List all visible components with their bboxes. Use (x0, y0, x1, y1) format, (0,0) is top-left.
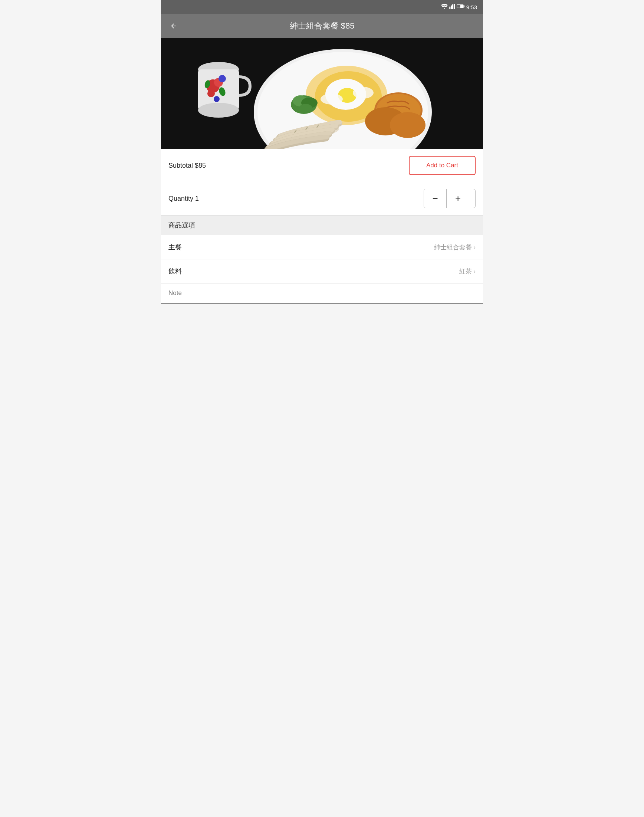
note-input[interactable] (169, 290, 475, 297)
section-header-label: 商品選項 (169, 222, 195, 229)
svg-rect-0 (449, 7, 450, 9)
increment-button[interactable]: + (447, 189, 469, 208)
svg-point-10 (198, 103, 239, 118)
svg-point-33 (299, 104, 312, 113)
option-label-drink: 飲料 (169, 267, 182, 276)
svg-point-24 (320, 94, 343, 105)
nav-bar: 紳士組合套餐 $85 (161, 14, 483, 38)
svg-rect-2 (452, 5, 453, 9)
status-bar: 9:53 (161, 0, 483, 14)
option-label-main: 主餐 (169, 243, 182, 251)
svg-rect-6 (463, 5, 465, 7)
chevron-right-icon-main: › (473, 244, 475, 251)
status-icons: 9:53 (441, 4, 477, 11)
option-row-drink[interactable]: 飲料 紅茶 › (161, 259, 483, 284)
option-value-drink: 紅茶 › (459, 267, 475, 276)
status-time: 9:53 (466, 4, 477, 11)
option-row-main[interactable]: 主餐 紳士組合套餐 › (161, 235, 483, 259)
option-value-drink-text: 紅茶 (459, 267, 472, 276)
svg-point-13 (207, 90, 215, 97)
empty-area (161, 304, 483, 415)
battery-icon (457, 4, 465, 11)
svg-point-17 (214, 96, 219, 102)
add-to-cart-button[interactable]: Add to Cart (409, 156, 475, 175)
svg-point-29 (390, 112, 425, 138)
subtotal-label: Subtotal $85 (169, 162, 206, 170)
back-button[interactable] (167, 19, 180, 33)
wifi-icon (441, 4, 448, 11)
section-header: 商品選項 (161, 215, 483, 235)
svg-rect-3 (454, 4, 455, 9)
option-value-main-text: 紳士組合套餐 (434, 243, 472, 251)
page-title: 紳士組合套餐 $85 (290, 20, 355, 32)
decrement-button[interactable]: − (424, 189, 446, 208)
subtotal-row: Subtotal $85 Add to Cart (161, 149, 483, 182)
svg-rect-5 (457, 5, 460, 8)
option-value-main: 紳士組合套餐 › (434, 243, 475, 251)
quantity-label: Quantity 1 (169, 195, 199, 202)
svg-point-25 (353, 87, 374, 99)
quantity-control: − + (424, 189, 475, 208)
note-row (161, 284, 483, 304)
quantity-row: Quantity 1 − + (161, 182, 483, 215)
svg-point-16 (219, 75, 226, 82)
svg-rect-1 (451, 6, 452, 9)
chevron-right-icon-drink: › (473, 268, 475, 275)
food-image (161, 38, 483, 149)
signal-icon (449, 4, 455, 11)
